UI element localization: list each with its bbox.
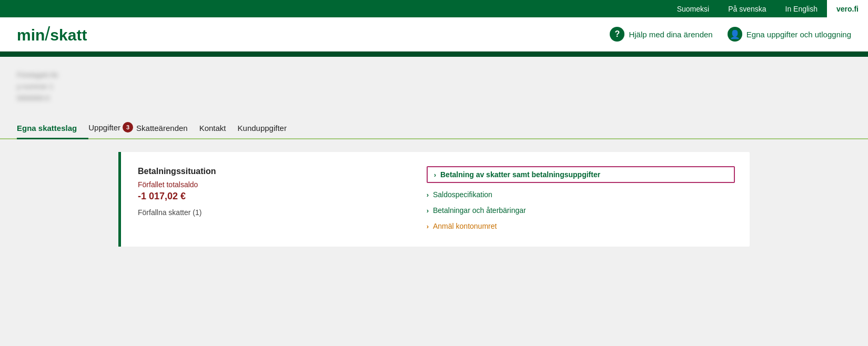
lang-suomeksi-button[interactable]: Suomeksi [668,0,719,17]
payment-action-link-2[interactable]: › Betalningar och återbäringar [427,204,735,217]
header-actions: ? Hjälp med dina ärenden 👤 Egna uppgifte… [610,27,851,42]
lang-english-button[interactable]: In English [776,0,827,17]
help-icon: ? [610,27,624,42]
main-content: Betalningssituation Förfallet totalsaldo… [0,139,868,259]
payment-action-label-3: Anmäl kontonumret [433,222,497,230]
user-company-name: Företagett Ab [17,69,851,81]
page-header: min/skatt ? Hjälp med dina ärenden 👤 Egn… [0,17,868,52]
payment-tax-label: Förfallna skatter (1) [138,208,395,217]
payment-action-link-1[interactable]: › Saldospecifikation [427,188,735,201]
tab-uppgifter-label: Uppgifter [88,123,120,132]
payment-action-link-0[interactable]: › Betalning av skatter samt betalningsup… [427,166,735,183]
payment-action-label-0: Betalning av skatter samt betalningsuppg… [440,170,600,179]
chevron-icon-2: › [427,207,429,215]
tab-skatteärenden-label: Skatteärenden [136,124,188,133]
logo-slash: / [45,23,50,45]
profile-link[interactable]: 👤 Egna uppgifter och utloggning [728,27,851,42]
lang-svenska-button[interactable]: På svenska [719,0,775,17]
profile-label: Egna uppgifter och utloggning [746,30,851,39]
top-language-bar: Suomeksi På svenska In English vero.fi [0,0,868,17]
payment-info-left: Betalningssituation Förfallet totalsaldo… [118,152,412,247]
tab-kontakt-label: Kontakt [199,124,226,133]
payment-action-label-1: Saldospecifikation [433,190,492,199]
tab-skatteärenden[interactable]: Skatteärenden [136,118,199,139]
chevron-icon-1: › [427,191,429,199]
tab-kontakt[interactable]: Kontakt [199,118,238,139]
chevron-icon-0: › [434,171,436,179]
tab-kunduppgifter-label: Kunduppgifter [238,124,287,133]
payment-action-link-3[interactable]: › Anmäl kontonumret [427,220,735,232]
payment-card: Betalningssituation Förfallet totalsaldo… [118,152,750,247]
user-id-label: y-nummer 1 [17,81,851,93]
user-company-id: 0000000-0 [17,93,851,104]
tab-egna-skatteslag-label: Egna skatteslag [17,124,77,133]
logo-skatt: skatt [50,26,87,44]
tab-egna-skatteslag[interactable]: Egna skatteslag [17,118,88,139]
payment-amount: -1 017,02 € [138,191,395,202]
user-info-blurred: Företagett Ab y-nummer 1 0000000-0 [17,69,851,104]
user-info-section: Företagett Ab y-nummer 1 0000000-0 [0,57,868,113]
payment-card-title: Betalningssituation [138,167,395,176]
dark-green-divider [0,52,868,57]
navigation-tabs: Egna skatteslag Uppgifter 3 Skatteärende… [0,117,868,139]
payment-overdue-label: Förfallet totalsaldo [138,180,395,189]
tab-kunduppgifter[interactable]: Kunduppgifter [238,118,298,139]
payment-action-label-2: Betalningar och återbäringar [433,206,526,215]
help-link[interactable]: ? Hjälp med dina ärenden [610,27,712,42]
site-logo: min/skatt [17,25,87,44]
help-label: Hjälp med dina ärenden [629,30,712,39]
language-switcher: Suomeksi På svenska In English [668,0,827,17]
profile-icon: 👤 [728,27,742,42]
logo-min: min [17,26,45,44]
vero-site-link[interactable]: vero.fi [827,0,868,17]
chevron-icon-3: › [427,222,429,230]
payment-actions-right: › Betalning av skatter samt betalningsup… [412,152,750,247]
tab-uppgifter[interactable]: Uppgifter 3 [88,117,136,139]
uppgifter-badge: 3 [123,122,133,133]
